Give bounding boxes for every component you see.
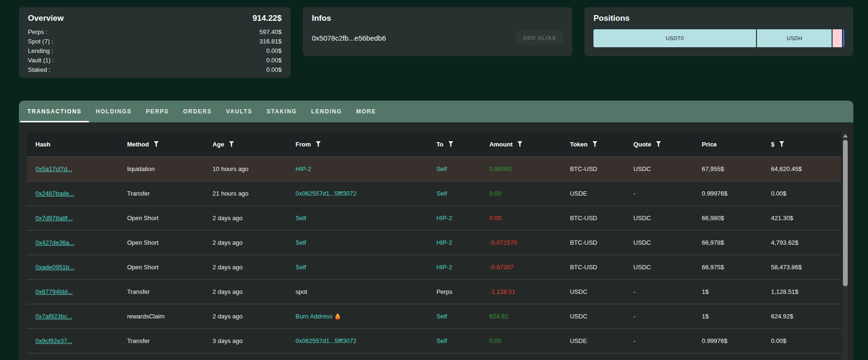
column-header-label: Age [213,141,224,148]
transactions-table: HashMethodAgeFromToAmountTokenQuotePrice… [27,132,841,360]
infos-card: Infos 0x5078c2fb...e56bedb6 ADD ALIAS [303,7,572,56]
filter-icon[interactable] [517,141,523,147]
from-link[interactable]: Self [296,239,306,246]
overview-card: Overview 914.22$ Perps :597.40$Spot (7) … [19,7,291,78]
tab-more[interactable]: MORE [349,101,383,122]
positions-allocation-bar: USDT0USDH [593,29,844,47]
from-cell: spot [296,288,437,295]
quote-cell: USDC [634,165,702,172]
price-cell: 66,978$ [702,239,771,246]
filter-icon[interactable] [656,141,661,147]
position-segment-label: USDT0 [666,35,684,41]
column-header-label: Hash [35,141,51,148]
from-link[interactable]: 0x062557d1...5fff3072 [296,337,357,344]
to-text: Perps [437,288,453,295]
method-cell: rewardsClaim [127,313,213,320]
overview-breakdown-row: Perps :597.40$ [28,27,282,37]
to-link[interactable]: HIP-2 [437,239,452,246]
vertical-scrollbar[interactable] [842,132,848,360]
price-cell: 66,975$ [702,264,771,271]
tab-holdings[interactable]: HOLDINGS [89,101,139,122]
to-cell: Self [437,337,490,344]
overview-breakdown-row: Lending :0.00$ [28,46,282,56]
add-alias-button[interactable]: ADD ALIAS [516,31,563,45]
table-body: 0x5a17cf7d...liquidation10 hours agoHIP-… [27,156,841,353]
position-segment-small[interactable] [843,29,844,47]
filter-icon[interactable] [593,141,598,147]
to-cell: Self [437,165,490,172]
tab-vaults[interactable]: VAULTS [219,101,259,122]
filter-icon[interactable] [154,141,159,147]
overview-row-label: Lending : [28,46,53,56]
filter-icon[interactable] [316,141,321,147]
to-link[interactable]: Self [437,165,447,172]
overview-row-value: 0.00$ [266,56,282,65]
from-link[interactable]: Self [296,214,306,222]
filter-icon[interactable] [779,141,784,147]
to-cell: HIP-2 [437,264,490,271]
overview-breakdown-row: Staked :0.00$ [28,65,282,75]
from-link[interactable]: Burn Address [296,313,333,320]
hash-link[interactable]: 0x2487bade... [35,190,74,197]
hash-link[interactable]: 0x7d978a8f... [35,214,73,222]
infos-row: 0x5078c2fb...e56bedb6 ADD ALIAS [312,31,563,45]
column-header-label: To [437,141,444,148]
hash-link[interactable]: 0x427de36a... [35,239,74,246]
from-link[interactable]: Self [296,264,306,271]
hash-link[interactable]: 0x5a17cf7d... [35,165,72,172]
from-cell: 0x062557d1...5fff3072 [296,190,437,197]
from-cell: Self [296,239,437,246]
column-header-token: Token [570,141,633,148]
tab-transactions[interactable]: TRANSACTIONS [20,101,89,122]
column-header-hash: Hash [27,141,127,148]
overview-title: Overview [28,14,64,23]
position-segment-usdh[interactable]: USDH [757,29,832,47]
hash-link[interactable]: 0x87794fdd... [35,288,73,295]
filter-icon[interactable] [448,141,454,147]
from-cell: 0x062557d1...5fff3072 [296,337,437,344]
from-cell: Burn Address [296,313,437,320]
from-link[interactable]: HIP-2 [296,165,311,172]
to-link[interactable]: HIP-2 [437,214,452,222]
column-header-label: Method [127,141,149,148]
position-segment-label: USDH [787,35,802,41]
to-link[interactable]: Self [437,313,447,320]
hash-link[interactable]: 0x9cf92e37... [35,337,72,344]
token-cell: USDC [570,313,633,320]
position-segment-usdt0[interactable]: USDT0 [593,29,756,47]
tab-lending[interactable]: LENDING [304,101,349,122]
amount-value: 0.00 [490,214,501,222]
column-header-to: To [437,141,490,148]
column-header-from: From [296,141,437,148]
column-header-label: Token [570,141,587,148]
position-segment-small[interactable] [833,29,842,47]
tab-staking[interactable]: STAKING [259,101,304,122]
table-row: 0x7af923bc...rewardsClaim2 days agoBurn … [27,304,841,328]
price-cell: 67,955$ [702,165,771,172]
price-cell: 1$ [702,288,771,295]
amount-value: 0.95093 [490,165,512,172]
scrollbar-thumb[interactable] [843,140,848,286]
usd-cell: 64,620.45$ [771,165,841,172]
column-header-price: Price [702,141,771,148]
overview-row-value: 0.00$ [266,46,282,56]
hash-link[interactable]: 0x7af923bc... [35,313,72,320]
column-header-age: Age [213,141,296,148]
to-link[interactable]: Self [437,337,447,344]
filter-icon[interactable] [229,141,234,147]
quote-cell: USDC [634,214,702,222]
tab-perps[interactable]: PERPS [139,101,176,122]
tab-orders[interactable]: ORDERS [176,101,219,122]
column-header-label: $ [771,141,774,148]
to-link[interactable]: Self [437,190,447,197]
token-cell: BTC-USD [570,239,633,246]
scroll-up-icon[interactable] [843,134,848,137]
tab-label: LENDING [311,108,342,115]
to-link[interactable]: HIP-2 [437,264,452,271]
token-cell: BTC-USD [570,165,633,172]
column-header-label: Amount [490,141,513,148]
from-link[interactable]: 0x062557d1...5fff3072 [296,190,357,197]
amount-value: -1,128.51 [490,288,516,295]
hash-link[interactable]: 0xade0951b... [35,264,74,271]
from-cell: Self [296,264,437,271]
